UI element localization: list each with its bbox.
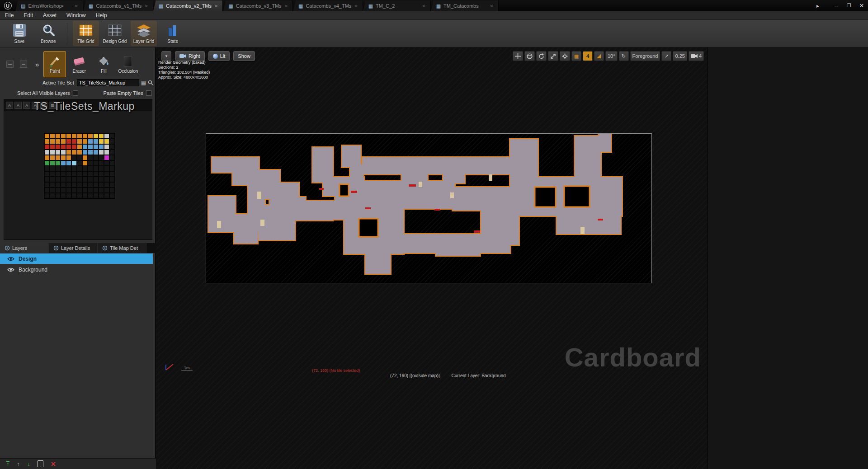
design-grid-button[interactable]: Design Grid bbox=[102, 21, 128, 46]
grid-snap-value[interactable]: 4 bbox=[583, 51, 593, 61]
tab-close-icon[interactable]: ✕ bbox=[75, 4, 78, 9]
translate-mode-button[interactable] bbox=[513, 51, 523, 61]
browse-button[interactable]: Browse bbox=[35, 21, 61, 46]
tab-close-icon[interactable]: ✕ bbox=[144, 4, 148, 9]
tilemap-editor-left-panel: » Paint Eraser Fill Occlusion bbox=[0, 47, 156, 469]
tilemap-icon: ▦ bbox=[436, 3, 441, 9]
menu-bar: File Edit Asset Window Help bbox=[0, 11, 868, 20]
menu-edit[interactable]: Edit bbox=[19, 12, 38, 19]
tab-layer-details[interactable]: Layer Details bbox=[49, 243, 98, 253]
eye-icon[interactable] bbox=[7, 267, 14, 272]
occlusion-icon bbox=[122, 55, 134, 68]
viewport-left-controls: ▼ Right Lit Show bbox=[161, 51, 255, 61]
lit-mode-button[interactable]: Lit bbox=[208, 51, 230, 61]
paint-tool-button[interactable]: Paint bbox=[43, 51, 66, 77]
tab-close-icon[interactable]: ✕ bbox=[490, 4, 493, 9]
window-tab-bar: U ▤ ErinsWorkshop• ✕ ▦ Catacombs_v1_TMs … bbox=[0, 0, 868, 11]
layer-row-background[interactable]: Background bbox=[0, 264, 153, 275]
multi-tile-icon[interactable]: A bbox=[14, 102, 22, 109]
camera-speed-button[interactable]: 4 bbox=[689, 51, 704, 61]
layer-grid-icon bbox=[136, 23, 151, 38]
grid-picker-icon[interactable]: ▦ bbox=[141, 80, 146, 86]
tab-tm-catacombs[interactable]: ▦ TM_Catacombs ✕ bbox=[431, 0, 499, 11]
delete-layer-icon[interactable]: ✕ bbox=[51, 460, 56, 468]
tab-close-icon[interactable]: ✕ bbox=[422, 4, 425, 9]
tab-catacombs-v4[interactable]: ▦ Catacombs_v4_TMs ✕ bbox=[293, 0, 363, 11]
maximize-viewport-button[interactable] bbox=[548, 51, 558, 61]
minimize-button[interactable]: ─ bbox=[830, 1, 843, 11]
eye-icon[interactable] bbox=[7, 257, 14, 261]
cursor-position: (72, 160) [(outside map)] bbox=[390, 373, 440, 378]
menu-asset[interactable]: Asset bbox=[38, 12, 61, 19]
camera-scale-value[interactable]: 0.25 bbox=[673, 51, 687, 61]
grid-settings-button[interactable] bbox=[560, 51, 570, 61]
viewport-options-button[interactable]: ▼ bbox=[161, 51, 171, 61]
fill-bucket-icon bbox=[97, 55, 110, 68]
camera-icon bbox=[691, 54, 698, 58]
layers-tab-icon bbox=[5, 245, 10, 251]
foreground-button[interactable]: Foreground bbox=[630, 51, 660, 61]
tab-erinsworkshop[interactable]: ▤ ErinsWorkshop• ✕ bbox=[15, 0, 83, 11]
rotate-layer-button[interactable]: ↻ bbox=[619, 51, 629, 61]
paste-empty-tiles-checkbox[interactable] bbox=[146, 90, 151, 96]
view-direction-button[interactable]: Right bbox=[175, 51, 205, 61]
close-button[interactable]: ✕ bbox=[855, 1, 868, 11]
globe-icon bbox=[527, 53, 533, 59]
tab-layers[interactable]: Layers bbox=[0, 243, 49, 253]
menu-window[interactable]: Window bbox=[61, 12, 91, 19]
show-menu-button[interactable]: Show bbox=[233, 51, 255, 61]
world-space-button[interactable] bbox=[524, 51, 535, 61]
tab-tile-map-details[interactable]: Tile Map Det bbox=[98, 243, 146, 253]
maximize-button[interactable]: ❐ bbox=[843, 1, 855, 11]
gear-icon bbox=[562, 53, 568, 59]
tileset-title: TS_TileSets_Markup bbox=[34, 100, 135, 113]
camera-zoom-button[interactable]: ↗ bbox=[661, 51, 671, 61]
tab-close-icon[interactable]: ✕ bbox=[354, 4, 358, 9]
tile-palette[interactable] bbox=[44, 133, 115, 199]
layer-row-design[interactable]: Design bbox=[0, 253, 153, 264]
expand-tools-icon[interactable]: » bbox=[35, 61, 39, 68]
browse-to-asset-icon[interactable] bbox=[148, 80, 153, 85]
tileset-viewer[interactable]: A A A A ▦ ▦ TS_TileSets_Markup bbox=[4, 99, 152, 240]
move-layer-up-icon[interactable]: ↑ bbox=[17, 460, 20, 468]
rotation-snap-value[interactable]: 10° bbox=[605, 51, 618, 61]
tab-tm-c-2[interactable]: ▦ TM_C_2 ✕ bbox=[363, 0, 431, 11]
tilemap-canvas[interactable] bbox=[206, 133, 652, 283]
snap-to-grid-button[interactable]: ▦ bbox=[571, 51, 581, 61]
tab-catacombs-v2[interactable]: ▦ Catacombs_v2_TMs ✕ bbox=[153, 0, 223, 11]
layer-grid-button[interactable]: Layer Grid bbox=[131, 21, 157, 46]
tile-grid-button[interactable]: Tile Grid bbox=[73, 21, 99, 46]
rotate-mode-button[interactable] bbox=[536, 51, 547, 61]
select-tool-icon[interactable] bbox=[6, 61, 14, 68]
unreal-logo-icon: U bbox=[0, 0, 15, 11]
add-layer-icon[interactable] bbox=[38, 460, 43, 467]
feedback-icon[interactable]: ▸ bbox=[816, 3, 819, 9]
select-all-visible-layers-checkbox[interactable] bbox=[73, 90, 78, 96]
layers-footer-toolbar: ↑ ↑ ↓ ✕ bbox=[0, 458, 156, 469]
render-stats: Render Geometry (baked) Sections: 2 Tria… bbox=[158, 60, 210, 80]
occlusion-tool-button[interactable]: Occlusion bbox=[117, 51, 139, 77]
active-tile-set-input[interactable] bbox=[77, 79, 139, 86]
save-button[interactable]: Save bbox=[6, 21, 33, 46]
tilemap-icon: ▦ bbox=[298, 3, 303, 9]
menu-help[interactable]: Help bbox=[91, 12, 112, 19]
unreal-editor-window: U ▤ ErinsWorkshop• ✕ ▦ Catacombs_v1_TMs … bbox=[0, 0, 868, 469]
marquee-tool-icon[interactable] bbox=[20, 61, 27, 68]
move-layer-to-top-icon[interactable]: ↑ bbox=[6, 461, 9, 467]
rotation-snap-button[interactable] bbox=[594, 51, 604, 61]
tab-catacombs-v3[interactable]: ▦ Catacombs_v3_TMs ✕ bbox=[223, 0, 293, 11]
stats-button[interactable]: Stats bbox=[160, 21, 186, 46]
menu-file[interactable]: File bbox=[0, 12, 19, 19]
rotate-ccw-icon: ↻ bbox=[622, 53, 626, 59]
eraser-tool-button[interactable]: Eraser bbox=[68, 51, 90, 77]
tab-close-icon[interactable]: ✕ bbox=[284, 4, 288, 9]
tab-catacombs-v1[interactable]: ▦ Catacombs_v1_TMs ✕ bbox=[83, 0, 153, 11]
tab-close-icon[interactable]: ✕ bbox=[214, 4, 218, 9]
move-layer-down-icon[interactable]: ↓ bbox=[27, 460, 30, 468]
tilemap-viewport[interactable]: ▼ Right Lit Show Render Geometry (baked)… bbox=[156, 47, 708, 469]
tile-selection-warning: (72, 160) (No tile selected) bbox=[312, 368, 360, 373]
single-tile-icon[interactable]: A bbox=[6, 102, 13, 109]
flip-h-icon[interactable]: A bbox=[23, 102, 30, 109]
fill-tool-button[interactable]: Fill bbox=[92, 51, 115, 77]
toolbar-separator bbox=[67, 23, 67, 44]
